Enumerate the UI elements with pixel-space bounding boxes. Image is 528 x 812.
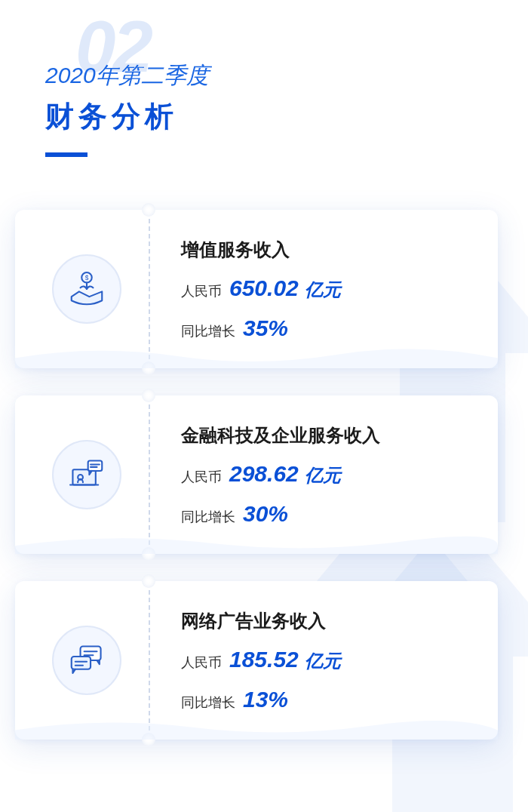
currency-label: 人民币 [181, 282, 222, 300]
growth-label: 同比增长 [181, 694, 235, 712]
amount-value: 650.02 [229, 275, 299, 301]
card-wave-decoration [15, 527, 498, 554]
revenue-card: 网络广告业务收入 人民币 185.52 亿元 同比增长 13% [15, 581, 498, 740]
card-title: 网络广告业务收入 [181, 609, 475, 633]
revenue-card: $ 增值服务收入 人民币 650.02 亿元 同比增长 35% [15, 210, 498, 368]
card-icon-wrap [23, 626, 151, 695]
card-title: 增值服务收入 [181, 238, 475, 262]
svg-rect-6 [72, 657, 91, 669]
svg-rect-2 [72, 469, 95, 484]
svg-text:$: $ [85, 274, 89, 281]
amount-unit: 亿元 [305, 463, 341, 488]
amount-unit: 亿元 [305, 278, 341, 302]
card-wave-decoration [15, 341, 498, 368]
card-content: 增值服务收入 人民币 650.02 亿元 同比增长 35% [151, 238, 475, 341]
currency-label: 人民币 [181, 468, 222, 486]
money-plant-icon: $ [66, 269, 107, 309]
growth-label: 同比增长 [181, 508, 235, 526]
growth-value: 35% [243, 315, 288, 341]
cards-container: $ 增值服务收入 人民币 650.02 亿元 同比增长 35% [0, 210, 528, 740]
laptop-chat-icon [66, 454, 107, 495]
page-subtitle: 2020年第二季度 [45, 60, 528, 91]
card-wave-decoration [15, 712, 498, 740]
amount-unit: 亿元 [305, 649, 341, 673]
growth-value: 13% [243, 687, 288, 712]
chat-bubbles-icon [66, 640, 107, 681]
growth-value: 30% [243, 501, 288, 527]
card-icon-wrap: $ [23, 254, 151, 324]
card-content: 金融科技及企业服务收入 人民币 298.62 亿元 同比增长 30% [151, 423, 475, 527]
svg-rect-4 [88, 460, 103, 471]
card-icon-wrap [23, 440, 151, 509]
page-header: 02 2020年第二季度 财务分析 [0, 0, 528, 157]
page-title: 财务分析 [45, 97, 528, 136]
currency-label: 人民币 [181, 654, 222, 672]
amount-value: 185.52 [229, 647, 299, 672]
amount-value: 298.62 [229, 461, 299, 487]
revenue-card: 金融科技及企业服务收入 人民币 298.62 亿元 同比增长 30% [15, 395, 498, 554]
growth-label: 同比增长 [181, 322, 235, 340]
card-title: 金融科技及企业服务收入 [181, 423, 475, 448]
title-underline [45, 152, 87, 157]
card-content: 网络广告业务收入 人民币 185.52 亿元 同比增长 13% [151, 609, 475, 712]
